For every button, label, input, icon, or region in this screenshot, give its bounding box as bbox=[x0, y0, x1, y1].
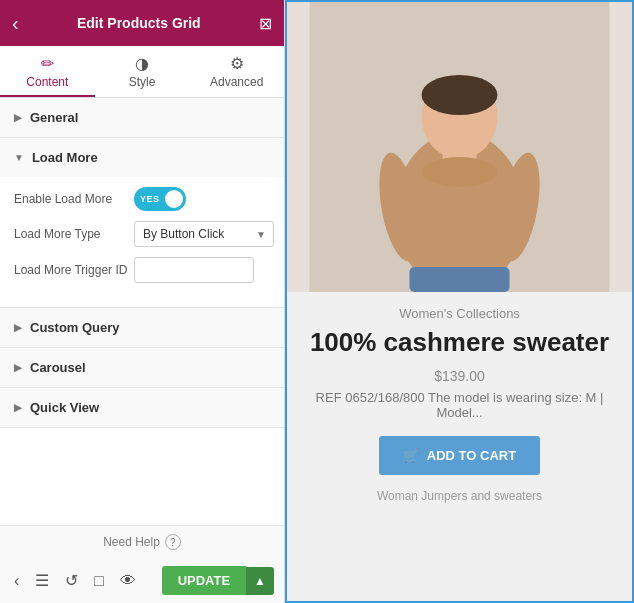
section-header-general[interactable]: ▶ General bbox=[0, 98, 284, 137]
help-icon: ? bbox=[165, 534, 181, 550]
tab-advanced[interactable]: ⚙ Advanced bbox=[189, 46, 284, 97]
product-info: Women's Collections 100% cashmere sweate… bbox=[287, 292, 632, 517]
toggle-slider: YES bbox=[134, 187, 186, 211]
load-more-type-select[interactable]: By Button Click Infinite Scroll bbox=[134, 221, 274, 247]
section-general: ▶ General bbox=[0, 98, 284, 138]
svg-rect-6 bbox=[410, 267, 510, 292]
panel-content: ▶ General ▼ Load More Enable Load More bbox=[0, 98, 284, 525]
right-panel: Women's Collections 100% cashmere sweate… bbox=[285, 0, 634, 603]
section-header-quick-view[interactable]: ▶ Quick View bbox=[0, 388, 284, 427]
panel-header: ‹ Edit Products Grid ⊠ bbox=[0, 0, 284, 46]
chevron-right-icon-2: ▶ bbox=[14, 322, 22, 333]
toolbar: ‹ ☰ ↺ □ 👁 UPDATE ▲ bbox=[0, 558, 284, 603]
section-header-carousel[interactable]: ▶ Carousel bbox=[0, 348, 284, 387]
product-title: 100% cashmere sweater bbox=[307, 327, 612, 358]
product-category: Women's Collections bbox=[307, 306, 612, 321]
update-button-group: UPDATE ▲ bbox=[162, 566, 274, 595]
product-image bbox=[287, 2, 632, 292]
section-header-custom-query[interactable]: ▶ Custom Query bbox=[0, 308, 284, 347]
layers-icon[interactable]: ☰ bbox=[31, 567, 53, 594]
style-icon: ◑ bbox=[135, 54, 149, 73]
load-more-trigger-row: Load More Trigger ID bbox=[14, 257, 270, 283]
eye-icon[interactable]: 👁 bbox=[116, 568, 140, 594]
svg-point-4 bbox=[422, 75, 498, 115]
chevron-right-icon-3: ▶ bbox=[14, 362, 22, 373]
update-arrow-button[interactable]: ▲ bbox=[246, 567, 274, 595]
section-header-load-more[interactable]: ▼ Load More bbox=[0, 138, 284, 177]
add-to-cart-button[interactable]: 🛒 ADD TO CART bbox=[379, 436, 540, 475]
section-quick-view: ▶ Quick View bbox=[0, 388, 284, 428]
product-description: REF 0652/168/800 The model is wearing si… bbox=[307, 390, 612, 420]
load-more-type-row: Load More Type By Button Click Infinite … bbox=[14, 221, 270, 247]
section-custom-query: ▶ Custom Query bbox=[0, 308, 284, 348]
toggle-wrap: YES bbox=[134, 187, 270, 211]
chevron-right-icon-4: ▶ bbox=[14, 402, 22, 413]
chevron-down-icon: ▼ bbox=[14, 152, 24, 163]
panel-tabs: ✏ Content ◑ Style ⚙ Advanced bbox=[0, 46, 284, 98]
toggle-yes-label: YES bbox=[140, 194, 160, 204]
load-more-trigger-input[interactable] bbox=[134, 257, 254, 283]
product-image-svg bbox=[287, 2, 632, 292]
grid-icon[interactable]: ⊠ bbox=[259, 14, 272, 33]
tab-content[interactable]: ✏ Content bbox=[0, 46, 95, 97]
content-icon: ✏ bbox=[41, 54, 54, 73]
enable-load-more-control: YES bbox=[134, 187, 270, 211]
load-more-type-label: Load More Type bbox=[14, 227, 134, 241]
enable-load-more-row: Enable Load More YES bbox=[14, 187, 270, 211]
section-load-more: ▼ Load More Enable Load More YES bbox=[0, 138, 284, 308]
panel-bottom: Need Help ? ‹ ☰ ↺ □ 👁 UPDATE ▲ bbox=[0, 525, 284, 603]
svg-point-5 bbox=[422, 157, 498, 187]
cart-icon: 🛒 bbox=[403, 448, 419, 463]
advanced-icon: ⚙ bbox=[230, 54, 244, 73]
product-tags: Woman Jumpers and sweaters bbox=[307, 489, 612, 503]
product-price: $139.00 bbox=[307, 368, 612, 384]
load-more-trigger-label: Load More Trigger ID bbox=[14, 263, 134, 277]
arrow-left-icon[interactable]: ‹ bbox=[10, 568, 23, 594]
load-more-trigger-control bbox=[134, 257, 270, 283]
need-help[interactable]: Need Help ? bbox=[0, 526, 284, 558]
load-more-type-select-wrap: By Button Click Infinite Scroll ▼ bbox=[134, 221, 274, 247]
tab-style[interactable]: ◑ Style bbox=[95, 46, 190, 97]
section-carousel: ▶ Carousel bbox=[0, 348, 284, 388]
enable-load-more-label: Enable Load More bbox=[14, 192, 134, 206]
back-button[interactable]: ‹ bbox=[12, 12, 19, 35]
undo-icon[interactable]: ↺ bbox=[61, 567, 82, 594]
left-panel: ‹ Edit Products Grid ⊠ ✏ Content ◑ Style… bbox=[0, 0, 285, 603]
update-button[interactable]: UPDATE bbox=[162, 566, 246, 595]
history-icon[interactable]: □ bbox=[90, 568, 108, 594]
panel-title: Edit Products Grid bbox=[19, 15, 259, 31]
enable-load-more-toggle[interactable]: YES bbox=[134, 187, 186, 211]
chevron-right-icon: ▶ bbox=[14, 112, 22, 123]
load-more-type-control: By Button Click Infinite Scroll ▼ bbox=[134, 221, 274, 247]
load-more-content: Enable Load More YES bbox=[0, 177, 284, 307]
